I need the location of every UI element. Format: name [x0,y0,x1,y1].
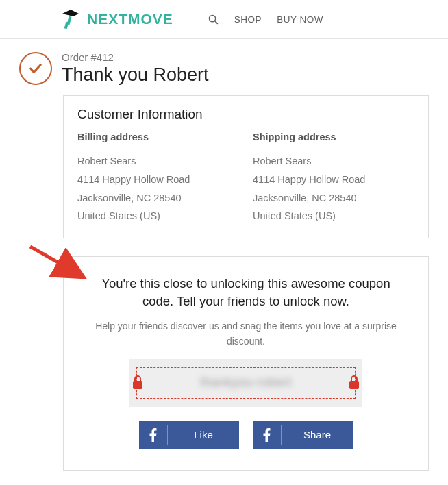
logo-mark-icon [58,7,83,32]
nav-shop[interactable]: SHOP [234,14,262,25]
svg-rect-5 [349,381,359,389]
lock-icon [348,375,360,390]
coupon-subtext: Help your friends discover us and snag t… [86,319,406,349]
thank-you-heading: Thank you Robert [62,64,209,86]
customer-info-title: Customer Information [77,107,414,122]
svg-line-3 [214,21,217,23]
coupon-headline: You're this close to unlocking this awes… [86,275,406,310]
billing-city: Jacksonville, NC 28540 [77,189,239,208]
facebook-icon [139,425,168,445]
billing-address-block: Billing address Robert Sears 4114 Happy … [77,132,239,225]
nav-buy-now[interactable]: BUY NOW [277,14,323,25]
order-id: Order #412 [62,51,209,63]
shipping-country: United States (US) [253,207,414,225]
coupon-card: You're this close to unlocking this awes… [63,256,429,471]
nav: SHOP BUY NOW [208,14,323,25]
brand-name: NEXTMOVE [87,11,173,27]
svg-rect-1 [64,22,69,29]
topbar: NEXTMOVE SHOP BUY NOW [0,0,448,39]
coupon-code-box: thankyou-robert [129,359,362,407]
shipping-address-block: Shipping address Robert Sears 4114 Happy… [253,132,414,225]
search-icon[interactable] [208,14,219,25]
billing-country: United States (US) [77,207,239,225]
shipping-city: Jacksonville, NC 28540 [253,189,414,208]
customer-info-card: Customer Information Billing address Rob… [63,95,429,238]
billing-street: 4114 Happy Hollow Road [77,171,239,189]
order-header: Order #412 Thank you Robert [19,51,429,86]
facebook-like-button[interactable]: Like [139,421,239,449]
svg-rect-4 [133,381,142,389]
share-label: Share [282,429,353,440]
shipping-street: 4114 Happy Hollow Road [253,171,414,189]
billing-label: Billing address [77,132,239,142]
logo[interactable]: NEXTMOVE [58,7,173,32]
shipping-label: Shipping address [253,132,414,142]
billing-name: Robert Sears [77,152,239,171]
shipping-name: Robert Sears [253,152,414,171]
lock-icon [132,375,144,390]
facebook-icon [253,425,282,445]
coupon-code-hidden: thankyou-robert [200,375,292,390]
like-label: Like [168,429,239,440]
check-circle-icon [19,52,52,85]
svg-point-2 [209,15,215,21]
facebook-share-button[interactable]: Share [253,421,353,449]
